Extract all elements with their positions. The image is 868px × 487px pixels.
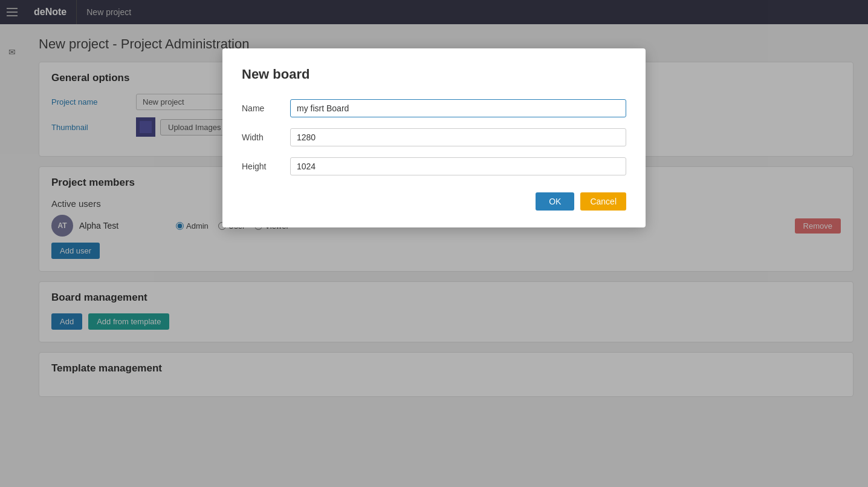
modal-name-label: Name xyxy=(242,103,290,113)
modal-height-input[interactable] xyxy=(290,157,626,175)
modal-width-input[interactable] xyxy=(290,128,626,146)
modal-name-row: Name xyxy=(242,99,626,117)
modal-width-label: Width xyxy=(242,132,290,142)
modal-overlay: New board Name Width Height OK Cancel xyxy=(0,0,868,487)
modal-cancel-button[interactable]: Cancel xyxy=(580,192,626,211)
modal-name-input[interactable] xyxy=(290,99,626,117)
modal-ok-button[interactable]: OK xyxy=(536,192,574,211)
modal-footer: OK Cancel xyxy=(242,192,626,211)
modal-height-row: Height xyxy=(242,157,626,175)
modal-height-label: Height xyxy=(242,162,290,171)
modal-title: New board xyxy=(242,67,626,82)
new-board-modal: New board Name Width Height OK Cancel xyxy=(222,48,646,227)
modal-width-row: Width xyxy=(242,128,626,146)
